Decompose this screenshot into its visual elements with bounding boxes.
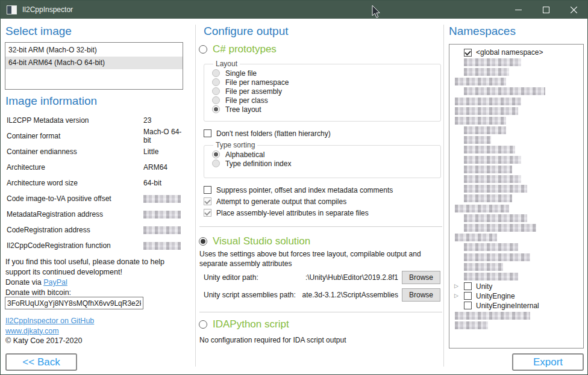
namespace-item[interactable]: <global namespace>: [449, 48, 583, 57]
namespace-redacted-row: [449, 87, 583, 96]
image-list-item[interactable]: 32-bit ARM (Mach-O 32-bit): [5, 44, 183, 57]
namespace-redacted-row: [449, 116, 583, 125]
maximize-icon: [543, 7, 549, 13]
flatten-checkbox[interactable]: [204, 129, 211, 137]
image-list-item[interactable]: 64-bit ARM64 (Mach-O 64-bit): [5, 57, 183, 69]
close-button[interactable]: [560, 1, 587, 19]
separator: [199, 312, 442, 312]
namespace-checkbox[interactable]: [464, 282, 472, 290]
configure-output-heading: Configure output: [204, 25, 289, 38]
radio-icon: [212, 150, 220, 158]
redacted-text: [464, 194, 512, 202]
namespace-redacted-row: [449, 194, 583, 203]
radio-option[interactable]: File per namespace: [212, 78, 436, 87]
radio-icon: [212, 78, 220, 86]
namespace-checkbox[interactable]: [464, 302, 472, 309]
radio-label: Tree layout: [225, 105, 261, 114]
export-button[interactable]: Export: [512, 353, 584, 371]
radio-option[interactable]: File per class: [212, 96, 436, 105]
idapython-description: No configuration required for IDA script…: [199, 335, 440, 345]
output-checkbox-option[interactable]: Attempt to generate output that compiles: [204, 196, 393, 207]
minimize-button[interactable]: [504, 1, 532, 19]
title-bar: Il2CppInspector: [1, 1, 587, 19]
unity-editor-path-value: :\Unity\Hub\Editor\2019.2.8f1: [275, 273, 398, 282]
namespaces-heading: Namespaces: [449, 25, 516, 38]
flatten-hierarchy-option[interactable]: Don't nest folders (flatten hierarchy): [204, 128, 331, 139]
visual-studio-description: Uses the settings above but forces tree …: [199, 249, 440, 268]
radio-option[interactable]: Single file: [212, 69, 436, 78]
radio-option[interactable]: File per assembly: [212, 87, 436, 96]
csharp-prototypes-option[interactable]: C# prototypes: [199, 43, 277, 55]
back-button[interactable]: << Back: [5, 353, 77, 371]
visual-studio-option[interactable]: Visual Studio solution: [199, 235, 310, 247]
namespace-redacted-row: [449, 320, 583, 330]
redacted-text: [464, 68, 509, 76]
maximize-button[interactable]: [532, 1, 560, 19]
layout-options: Single fileFile per namespaceFile per as…: [212, 69, 436, 114]
redacted-text: [464, 58, 521, 66]
radio-option[interactable]: Type definition index: [212, 159, 436, 168]
redacted-text: [455, 78, 506, 85]
output-checkbox-option[interactable]: Suppress pointer, offset and index metad…: [204, 184, 393, 196]
expander-icon[interactable]: ▷: [454, 293, 464, 299]
radio-icon: [212, 160, 220, 167]
csharp-prototypes-label: C# prototypes: [213, 43, 277, 55]
info-value: 64-bit: [143, 179, 161, 187]
redacted-text: [464, 126, 506, 134]
namespace-redacted-row: [449, 135, 583, 145]
idapython-radio[interactable]: [199, 320, 207, 329]
info-value: 23: [143, 116, 151, 125]
info-row: Il2CppCodeRegistration function: [7, 238, 187, 253]
redacted-text: [464, 263, 503, 271]
script-assemblies-browse-button[interactable]: Browse: [402, 288, 440, 302]
info-label: IL2CPP Metadata version: [7, 116, 143, 125]
info-row: MetadataRegistration address: [7, 206, 187, 222]
radio-option[interactable]: Alphabetical: [212, 150, 436, 159]
separator: [199, 226, 442, 227]
redacted-text: [464, 185, 527, 193]
paypal-link[interactable]: PayPal: [43, 278, 67, 287]
namespace-redacted-row: [449, 243, 583, 252]
expander-icon[interactable]: ▷: [454, 284, 464, 289]
visual-studio-label: Visual Studio solution: [213, 235, 310, 247]
namespace-item[interactable]: UnityEngineInternal: [449, 301, 583, 311]
select-image-list[interactable]: 32-bit ARM (Mach-O 32-bit)64-bit ARM64 (…: [5, 42, 183, 90]
redacted-text: [455, 98, 521, 105]
namespace-item[interactable]: ▷UnityEngine: [449, 291, 583, 301]
namespace-checkbox[interactable]: [464, 49, 472, 57]
checkbox-icon: [204, 197, 211, 205]
redacted-text: [455, 205, 509, 212]
namespace-redacted-row: [449, 184, 583, 194]
redacted-text: [464, 214, 527, 222]
radio-option[interactable]: Tree layout: [212, 105, 436, 114]
info-value: Little: [143, 147, 158, 156]
unity-editor-browse-button[interactable]: Browse: [402, 271, 440, 284]
redacted-text: [455, 107, 518, 115]
namespace-label: <global namespace>: [476, 48, 543, 57]
info-label: Architecture: [7, 163, 143, 172]
copyright-text: © Katy Coe 2017-2020: [5, 336, 82, 345]
namespace-redacted-row: [449, 164, 583, 174]
donate-text: If you find this tool useful, please don…: [5, 258, 164, 276]
csharp-prototypes-radio[interactable]: [199, 45, 207, 54]
close-icon: [571, 7, 577, 13]
bitcoin-address-input[interactable]: [5, 297, 143, 309]
info-row: Container formatMach-O 64-bit: [7, 128, 187, 144]
radio-icon: [212, 87, 220, 95]
namespace-redacted-row: [449, 174, 583, 184]
info-row: Container endiannessLittle: [7, 144, 187, 160]
redacted-value: [143, 211, 181, 218]
namespace-item[interactable]: ▷Unity: [449, 282, 583, 291]
github-link[interactable]: Il2CppInspector on GitHub: [5, 317, 94, 325]
radio-label: Type definition index: [225, 160, 291, 168]
idapython-option[interactable]: IDAPython script: [199, 318, 289, 330]
redacted-text: [464, 87, 545, 95]
namespace-redacted-row: [449, 57, 583, 67]
donate-block: If you find this tool useful, please don…: [5, 257, 186, 298]
visual-studio-radio[interactable]: [199, 237, 207, 246]
namespaces-list[interactable]: <global namespace>▷Unity▷UnityEngineUnit…: [449, 44, 584, 349]
namespace-checkbox[interactable]: [464, 292, 472, 300]
links-block: Il2CppInspector on GitHub www.djkaty.com…: [5, 316, 94, 346]
output-checkbox-option[interactable]: Place assembly-level attributes in separ…: [204, 207, 393, 218]
website-link[interactable]: www.djkaty.com: [5, 327, 59, 335]
